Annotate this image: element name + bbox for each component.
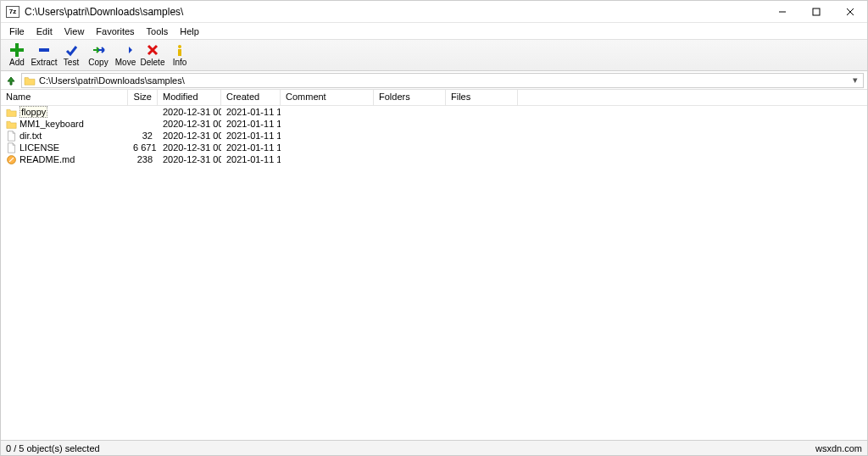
- cell-name: floppy: [1, 106, 128, 118]
- info-icon: [173, 43, 186, 57]
- cell-modified: 2020-12-31 00:25: [158, 142, 221, 153]
- maximize-button[interactable]: [799, 1, 833, 23]
- move-icon: [119, 43, 132, 57]
- table-row[interactable]: floppy2020-12-31 00:092021-01-11 18:17: [1, 106, 867, 118]
- copy-icon: [92, 43, 105, 57]
- menu-view[interactable]: View: [59, 25, 90, 38]
- address-input-wrapper[interactable]: ▾: [21, 73, 864, 88]
- info-label: Info: [173, 58, 187, 67]
- move-button[interactable]: Move: [113, 42, 138, 68]
- cell-name: MM1_keyboard: [1, 119, 128, 130]
- add-label: Add: [9, 58, 25, 67]
- status-right: wsxdn.com: [815, 443, 862, 453]
- cell-modified: 2020-12-31 00:25: [158, 131, 221, 141]
- file-name: README.md: [19, 154, 75, 164]
- header-files[interactable]: Files: [446, 90, 518, 105]
- table-row[interactable]: dir.txt322020-12-31 00:252021-01-11 18:1…: [1, 130, 867, 142]
- move-label: Move: [115, 58, 136, 67]
- address-dropdown-icon[interactable]: ▾: [849, 75, 861, 86]
- delete-button[interactable]: Delete: [140, 42, 165, 68]
- menu-edit[interactable]: Edit: [31, 25, 58, 38]
- test-icon: [64, 43, 78, 57]
- menu-file[interactable]: File: [4, 25, 30, 38]
- table-row[interactable]: MM1_keyboard2020-12-31 00:092021-01-11 1…: [1, 118, 867, 130]
- menubar: FileEditViewFavoritesToolsHelp: [1, 23, 867, 39]
- header-size[interactable]: Size: [128, 90, 158, 105]
- svg-rect-6: [178, 49, 181, 56]
- delete-label: Delete: [141, 58, 165, 67]
- folder-icon: [24, 75, 36, 86]
- cell-name: README.md: [1, 154, 128, 165]
- table-row[interactable]: LICENSE6 6712020-12-31 00:252021-01-11 1…: [1, 142, 867, 153]
- cell-created: 2021-01-11 18:18: [221, 131, 281, 141]
- add-button[interactable]: Add: [4, 42, 30, 68]
- cell-modified: 2020-12-31 00:25: [158, 154, 221, 164]
- cell-size: 6 671: [128, 142, 158, 153]
- extract-icon: [37, 43, 51, 57]
- file-name: LICENSE: [19, 142, 59, 153]
- window-title: C:\Users\patri\Downloads\samples\: [25, 6, 765, 18]
- up-icon[interactable]: [4, 74, 18, 87]
- cell-created: 2021-01-11 18:17: [221, 119, 281, 129]
- menu-tools[interactable]: Tools: [142, 25, 174, 38]
- header-comment[interactable]: Comment: [281, 90, 374, 105]
- cell-name: dir.txt: [1, 131, 128, 142]
- cell-size: 238: [128, 154, 158, 164]
- header-modified[interactable]: Modified: [158, 90, 221, 105]
- addressbar: ▾: [1, 71, 867, 90]
- extract-label: Extract: [31, 58, 57, 67]
- cell-created: 2021-01-11 18:18: [221, 154, 281, 164]
- copy-label: Copy: [88, 58, 108, 67]
- toolbar: AddExtractTestCopyMoveDeleteInfo: [1, 39, 867, 71]
- status-selection: 0 / 5 object(s) selected: [6, 443, 100, 453]
- column-headers: Name Size Modified Created Comment Folde…: [1, 90, 867, 106]
- cell-name: LICENSE: [1, 142, 128, 153]
- cell-modified: 2020-12-31 00:09: [158, 107, 221, 117]
- file-name: dir.txt: [19, 131, 42, 141]
- menu-favorites[interactable]: Favorites: [91, 25, 139, 38]
- copy-button[interactable]: Copy: [86, 42, 111, 68]
- svg-rect-1: [813, 8, 820, 15]
- test-label: Test: [64, 58, 79, 67]
- close-button[interactable]: [833, 1, 867, 23]
- header-folders[interactable]: Folders: [374, 90, 446, 105]
- minimize-button[interactable]: [765, 1, 799, 23]
- svg-rect-4: [39, 48, 49, 52]
- cell-created: 2021-01-11 18:17: [221, 107, 281, 117]
- address-input[interactable]: [39, 75, 849, 86]
- info-button[interactable]: Info: [167, 42, 192, 68]
- add-icon: [10, 43, 24, 57]
- file-name: MM1_keyboard: [19, 119, 84, 129]
- menu-help[interactable]: Help: [175, 25, 204, 38]
- statusbar: 0 / 5 object(s) selected wsxdn.com: [1, 440, 867, 455]
- cell-modified: 2020-12-31 00:09: [158, 119, 221, 129]
- cell-created: 2021-01-11 18:18: [221, 142, 281, 153]
- header-created[interactable]: Created: [221, 90, 281, 105]
- header-name[interactable]: Name: [1, 90, 128, 105]
- extract-button[interactable]: Extract: [31, 42, 57, 68]
- file-list[interactable]: floppy2020-12-31 00:092021-01-11 18:17MM…: [1, 106, 867, 440]
- file-name: floppy: [19, 106, 47, 118]
- titlebar: 7z C:\Users\patri\Downloads\samples\: [1, 1, 867, 23]
- delete-icon: [146, 43, 159, 57]
- svg-point-5: [178, 45, 181, 48]
- table-row[interactable]: README.md2382020-12-31 00:252021-01-11 1…: [1, 153, 867, 165]
- test-button[interactable]: Test: [58, 42, 84, 68]
- cell-size: 32: [128, 131, 158, 141]
- app-icon: 7z: [6, 6, 19, 18]
